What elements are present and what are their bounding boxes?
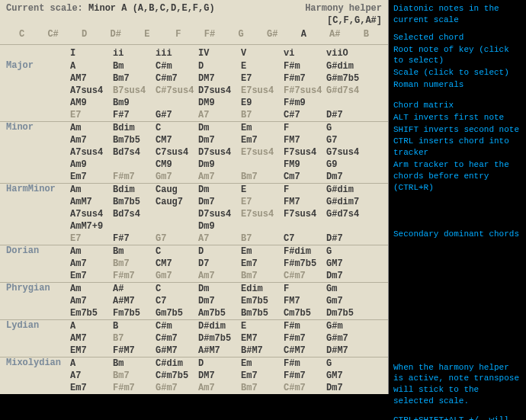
chord-cell[interactable]: FM7	[284, 295, 326, 307]
chord-cell[interactable]: Bm7	[241, 382, 284, 394]
scale-HarmMinor[interactable]: HarmMinor	[0, 184, 70, 196]
chord-cell[interactable]: FM7	[284, 196, 326, 208]
chord-cell[interactable]: Fm7b5	[113, 307, 156, 319]
chord-cell[interactable]: F#7	[113, 232, 156, 245]
chord-cell[interactable]: G	[326, 357, 369, 370]
chord-cell[interactable]: F#m7	[113, 270, 156, 282]
chord-cell[interactable]: Bm7	[241, 270, 284, 282]
chord-cell[interactable]: F#dim	[284, 245, 326, 258]
chord-cell[interactable]: Am7	[70, 134, 113, 146]
chord-cell[interactable]: EM7	[70, 345, 113, 357]
chord-cell[interactable]: D7sus4	[198, 85, 241, 97]
chord-cell[interactable]: G	[326, 122, 369, 134]
chord-cell[interactable]: Gm	[326, 283, 369, 295]
chord-cell[interactable]: F#m7	[113, 382, 156, 394]
root-note-E[interactable]: E	[131, 29, 162, 40]
chord-cell[interactable]: Dm7	[326, 171, 369, 183]
chord-cell[interactable]: G#d7s4	[326, 208, 369, 220]
chord-cell[interactable]: A	[70, 357, 113, 370]
chord-cell[interactable]: Gm7b5	[156, 307, 198, 319]
chord-cell[interactable]: Dm9	[198, 159, 241, 171]
chord-cell[interactable]: AM7	[70, 332, 113, 345]
chord-cell[interactable]: F7sus4	[284, 146, 326, 159]
chord-cell[interactable]: Bdim	[113, 122, 156, 134]
scale-Phrygian[interactable]: Phrygian	[0, 283, 70, 295]
chord-cell[interactable]: Am7	[198, 270, 241, 282]
chord-cell[interactable]: A7	[198, 109, 241, 121]
chord-cell[interactable]: C#m7	[156, 332, 198, 345]
chord-cell[interactable]: Dm7	[198, 134, 241, 146]
chord-cell[interactable]: A7sus4	[70, 208, 113, 220]
chord-cell[interactable]: Em7	[241, 370, 284, 382]
chord-cell[interactable]: Bm	[113, 60, 156, 72]
chord-cell[interactable]: G9	[326, 159, 369, 171]
chord-cell[interactable]: A7	[70, 370, 113, 382]
chord-cell[interactable]: F	[284, 122, 326, 134]
root-note-Ds[interactable]: D#	[100, 29, 131, 40]
chord-cell[interactable]: C#dim	[156, 357, 198, 370]
chord-cell[interactable]: Caug7	[156, 196, 198, 208]
chord-cell[interactable]: Gm7	[156, 270, 198, 282]
chord-cell[interactable]: G7sus4	[326, 146, 369, 159]
chord-cell[interactable]: Bm	[113, 357, 156, 370]
chord-cell[interactable]: F#m9	[284, 97, 326, 109]
chord-cell[interactable]: G7	[156, 232, 198, 245]
chord-cell[interactable]: Em7	[70, 171, 113, 183]
chord-cell[interactable]: D7sus4	[198, 208, 241, 220]
chord-cell[interactable]: Bm7b5	[113, 134, 156, 146]
chord-cell[interactable]: E7sus4	[241, 146, 284, 159]
chord-cell[interactable]: A#M7	[198, 345, 241, 357]
chord-cell[interactable]: B7	[241, 109, 284, 121]
chord-cell[interactable]: Bdim	[113, 184, 156, 196]
chord-cell[interactable]: E	[241, 60, 284, 72]
chord-cell[interactable]: C#M7	[284, 345, 326, 357]
scale-Minor[interactable]: Minor	[0, 122, 70, 134]
chord-cell[interactable]: Em7	[70, 382, 113, 394]
scale-Lydian[interactable]: Lydian	[0, 320, 70, 332]
chord-cell[interactable]: GM7	[326, 258, 369, 270]
chord-cell[interactable]: C#7sus4	[156, 85, 198, 97]
chord-cell[interactable]: C#m	[156, 60, 198, 72]
root-note-D[interactable]: D	[69, 29, 100, 40]
chord-cell[interactable]: Dm9	[198, 220, 241, 232]
chord-cell[interactable]: F#m	[284, 60, 326, 72]
chord-cell[interactable]: DM7	[198, 72, 241, 85]
chord-cell[interactable]: E	[241, 320, 284, 332]
root-note-A[interactable]: A	[288, 29, 319, 40]
chord-cell[interactable]: F#m7b5	[284, 258, 326, 270]
chord-cell[interactable]: B#M7	[241, 345, 284, 357]
chord-cell[interactable]: A#	[113, 283, 156, 295]
chord-cell[interactable]: Dm7	[198, 196, 241, 208]
chord-cell[interactable]: Edim	[241, 283, 284, 295]
chord-cell[interactable]: Am7	[198, 171, 241, 183]
chord-cell[interactable]: Gm7	[326, 295, 369, 307]
chord-cell[interactable]: Em7b5	[70, 307, 113, 319]
chord-cell[interactable]: CM7	[156, 258, 198, 270]
chord-cell[interactable]: E7sus4	[241, 208, 284, 220]
chord-cell[interactable]: C#m7	[284, 270, 326, 282]
chord-cell[interactable]: GM7	[326, 370, 369, 382]
chord-cell[interactable]: G#dim	[326, 60, 369, 72]
chord-cell[interactable]: AmM7	[70, 196, 113, 208]
root-note-As[interactable]: A#	[319, 29, 351, 40]
chord-cell[interactable]: EM7	[241, 332, 284, 345]
chord-cell[interactable]: Dm7	[198, 295, 241, 307]
chord-cell[interactable]: Bm7	[241, 171, 284, 183]
chord-cell[interactable]: A#M7	[113, 295, 156, 307]
chord-cell[interactable]: B7	[113, 332, 156, 345]
chord-cell[interactable]: B7sus4	[113, 85, 156, 97]
scale-Dorian[interactable]: Dorian	[0, 245, 70, 258]
chord-cell[interactable]: E9	[241, 97, 284, 109]
chord-cell[interactable]: Bm	[113, 245, 156, 258]
chord-cell[interactable]: F#m7	[284, 370, 326, 382]
chord-cell[interactable]: Bm7b5	[241, 307, 284, 319]
chord-cell[interactable]: E7	[241, 72, 284, 85]
chord-cell[interactable]: G7	[326, 134, 369, 146]
chord-cell[interactable]: C	[156, 283, 198, 295]
chord-cell[interactable]: B	[113, 320, 156, 332]
chord-cell[interactable]: CM7	[156, 134, 198, 146]
root-note-F[interactable]: F	[162, 29, 194, 40]
chord-cell[interactable]: C#m	[156, 320, 198, 332]
chord-cell[interactable]: A	[70, 60, 113, 72]
chord-cell[interactable]: DM9	[198, 97, 241, 109]
